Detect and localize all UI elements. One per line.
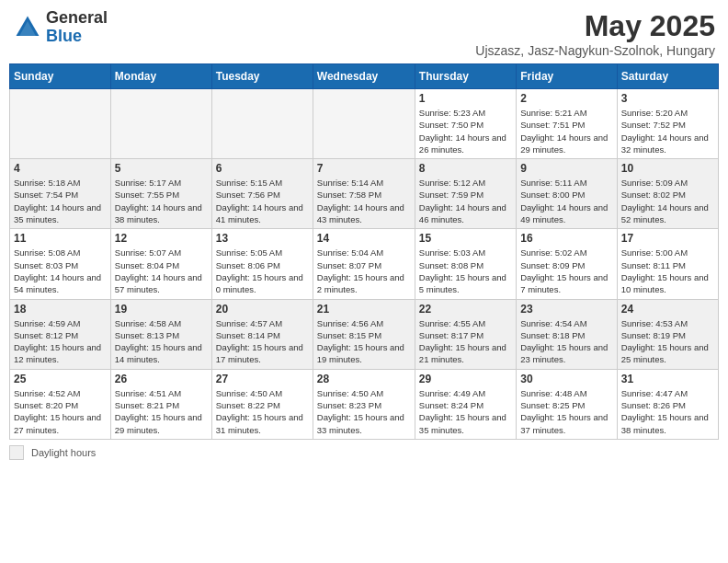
day-info: Sunrise: 5:11 AM Sunset: 8:00 PM Dayligh… xyxy=(520,177,612,225)
calendar-day-cell: 21Sunrise: 4:56 AM Sunset: 8:15 PM Dayli… xyxy=(313,299,415,369)
footer: Daylight hours xyxy=(9,445,719,460)
day-info: Sunrise: 5:21 AM Sunset: 7:51 PM Dayligh… xyxy=(520,107,612,155)
calendar-day-cell: 1Sunrise: 5:23 AM Sunset: 7:50 PM Daylig… xyxy=(415,89,516,159)
day-info: Sunrise: 5:20 AM Sunset: 7:52 PM Dayligh… xyxy=(621,107,714,155)
day-number: 13 xyxy=(216,232,309,245)
day-number: 30 xyxy=(520,373,612,385)
calendar-week-row: 4Sunrise: 5:18 AM Sunset: 7:54 PM Daylig… xyxy=(10,159,719,229)
calendar-week-row: 18Sunrise: 4:59 AM Sunset: 8:12 PM Dayli… xyxy=(10,299,719,369)
calendar-day-cell: 9Sunrise: 5:11 AM Sunset: 8:00 PM Daylig… xyxy=(517,159,617,229)
day-number: 27 xyxy=(216,373,309,385)
logo-text: General Blue xyxy=(46,9,108,46)
day-info: Sunrise: 4:57 AM Sunset: 8:14 PM Dayligh… xyxy=(216,317,309,366)
calendar-day-cell xyxy=(10,89,111,159)
day-info: Sunrise: 4:56 AM Sunset: 8:15 PM Dayligh… xyxy=(317,317,411,366)
calendar-day-cell: 25Sunrise: 4:52 AM Sunset: 8:20 PM Dayli… xyxy=(10,369,111,439)
day-info: Sunrise: 5:18 AM Sunset: 7:54 PM Dayligh… xyxy=(14,177,107,225)
calendar-header-wednesday: Wednesday xyxy=(313,64,415,89)
calendar-header-saturday: Saturday xyxy=(617,64,718,89)
calendar-day-cell: 19Sunrise: 4:58 AM Sunset: 8:13 PM Dayli… xyxy=(110,299,211,369)
title-section: May 2025 Ujszasz, Jasz-Nagykun-Szolnok, … xyxy=(475,9,715,58)
legend-label: Daylight hours xyxy=(31,447,96,458)
calendar-day-cell: 13Sunrise: 5:05 AM Sunset: 8:06 PM Dayli… xyxy=(211,229,313,299)
day-info: Sunrise: 5:23 AM Sunset: 7:50 PM Dayligh… xyxy=(419,107,512,155)
day-info: Sunrise: 5:02 AM Sunset: 8:09 PM Dayligh… xyxy=(520,247,612,295)
calendar-day-cell: 20Sunrise: 4:57 AM Sunset: 8:14 PM Dayli… xyxy=(211,299,313,369)
day-info: Sunrise: 5:08 AM Sunset: 8:03 PM Dayligh… xyxy=(14,247,107,295)
day-number: 10 xyxy=(621,162,714,175)
legend-box xyxy=(9,445,24,460)
day-info: Sunrise: 4:52 AM Sunset: 8:20 PM Dayligh… xyxy=(14,387,107,436)
calendar-day-cell: 30Sunrise: 4:48 AM Sunset: 8:25 PM Dayli… xyxy=(517,369,617,439)
calendar-day-cell: 29Sunrise: 4:49 AM Sunset: 8:24 PM Dayli… xyxy=(415,369,516,439)
day-number: 28 xyxy=(317,373,411,385)
calendar-day-cell: 6Sunrise: 5:15 AM Sunset: 7:56 PM Daylig… xyxy=(211,159,313,229)
day-number: 16 xyxy=(520,232,612,245)
calendar-day-cell xyxy=(313,89,415,159)
day-number: 22 xyxy=(419,303,512,316)
calendar-header-tuesday: Tuesday xyxy=(211,64,313,89)
calendar-day-cell: 14Sunrise: 5:04 AM Sunset: 8:07 PM Dayli… xyxy=(313,229,415,299)
day-number: 12 xyxy=(115,232,208,245)
day-info: Sunrise: 5:17 AM Sunset: 7:55 PM Dayligh… xyxy=(115,177,208,225)
day-info: Sunrise: 5:09 AM Sunset: 8:02 PM Dayligh… xyxy=(621,177,714,225)
calendar-day-cell: 31Sunrise: 4:47 AM Sunset: 8:26 PM Dayli… xyxy=(617,369,718,439)
calendar-week-row: 25Sunrise: 4:52 AM Sunset: 8:20 PM Dayli… xyxy=(10,369,719,439)
day-number: 4 xyxy=(14,162,107,175)
day-number: 23 xyxy=(520,303,612,316)
day-info: Sunrise: 4:53 AM Sunset: 8:19 PM Dayligh… xyxy=(621,317,714,366)
day-info: Sunrise: 4:55 AM Sunset: 8:17 PM Dayligh… xyxy=(419,317,512,366)
calendar-week-row: 11Sunrise: 5:08 AM Sunset: 8:03 PM Dayli… xyxy=(10,229,719,299)
day-info: Sunrise: 5:04 AM Sunset: 8:07 PM Dayligh… xyxy=(317,247,411,295)
calendar-day-cell: 24Sunrise: 4:53 AM Sunset: 8:19 PM Dayli… xyxy=(617,299,718,369)
calendar-day-cell: 18Sunrise: 4:59 AM Sunset: 8:12 PM Dayli… xyxy=(10,299,111,369)
day-number: 5 xyxy=(115,162,208,175)
month-year-title: May 2025 xyxy=(475,9,715,43)
calendar-day-cell: 27Sunrise: 4:50 AM Sunset: 8:22 PM Dayli… xyxy=(211,369,313,439)
day-number: 26 xyxy=(115,373,208,385)
calendar-day-cell: 28Sunrise: 4:50 AM Sunset: 8:23 PM Dayli… xyxy=(313,369,415,439)
calendar-header-row: SundayMondayTuesdayWednesdayThursdayFrid… xyxy=(10,64,719,89)
day-number: 6 xyxy=(216,162,309,175)
logo-icon xyxy=(13,13,42,42)
calendar-day-cell: 17Sunrise: 5:00 AM Sunset: 8:11 PM Dayli… xyxy=(617,229,718,299)
day-number: 21 xyxy=(317,303,411,316)
day-info: Sunrise: 5:03 AM Sunset: 8:08 PM Dayligh… xyxy=(419,247,512,295)
calendar-day-cell: 15Sunrise: 5:03 AM Sunset: 8:08 PM Dayli… xyxy=(415,229,516,299)
day-number: 18 xyxy=(14,303,107,316)
day-info: Sunrise: 5:14 AM Sunset: 7:58 PM Dayligh… xyxy=(317,177,411,225)
day-info: Sunrise: 4:50 AM Sunset: 8:22 PM Dayligh… xyxy=(216,387,309,436)
day-number: 1 xyxy=(419,92,512,105)
calendar-week-row: 1Sunrise: 5:23 AM Sunset: 7:50 PM Daylig… xyxy=(10,89,719,159)
day-info: Sunrise: 5:07 AM Sunset: 8:04 PM Dayligh… xyxy=(115,247,208,295)
day-info: Sunrise: 4:54 AM Sunset: 8:18 PM Dayligh… xyxy=(520,317,612,366)
day-number: 11 xyxy=(14,232,107,245)
day-number: 17 xyxy=(621,232,714,245)
calendar-day-cell: 11Sunrise: 5:08 AM Sunset: 8:03 PM Dayli… xyxy=(10,229,111,299)
calendar-day-cell: 8Sunrise: 5:12 AM Sunset: 7:59 PM Daylig… xyxy=(415,159,516,229)
day-number: 9 xyxy=(520,162,612,175)
calendar-header-thursday: Thursday xyxy=(415,64,516,89)
calendar-day-cell: 10Sunrise: 5:09 AM Sunset: 8:02 PM Dayli… xyxy=(617,159,718,229)
day-info: Sunrise: 5:00 AM Sunset: 8:11 PM Dayligh… xyxy=(621,247,714,295)
logo-general: General xyxy=(46,9,108,28)
day-info: Sunrise: 4:58 AM Sunset: 8:13 PM Dayligh… xyxy=(115,317,208,366)
calendar-day-cell: 2Sunrise: 5:21 AM Sunset: 7:51 PM Daylig… xyxy=(517,89,617,159)
calendar-day-cell: 7Sunrise: 5:14 AM Sunset: 7:58 PM Daylig… xyxy=(313,159,415,229)
calendar-day-cell: 16Sunrise: 5:02 AM Sunset: 8:09 PM Dayli… xyxy=(517,229,617,299)
calendar-header-sunday: Sunday xyxy=(10,64,111,89)
logo: General Blue xyxy=(13,9,108,46)
day-number: 7 xyxy=(317,162,411,175)
day-info: Sunrise: 5:05 AM Sunset: 8:06 PM Dayligh… xyxy=(216,247,309,295)
calendar-day-cell: 22Sunrise: 4:55 AM Sunset: 8:17 PM Dayli… xyxy=(415,299,516,369)
day-info: Sunrise: 4:47 AM Sunset: 8:26 PM Dayligh… xyxy=(621,387,714,436)
calendar-day-cell: 12Sunrise: 5:07 AM Sunset: 8:04 PM Dayli… xyxy=(110,229,211,299)
page-header: General Blue May 2025 Ujszasz, Jasz-Nagy… xyxy=(9,9,719,58)
day-info: Sunrise: 4:59 AM Sunset: 8:12 PM Dayligh… xyxy=(14,317,107,366)
day-number: 20 xyxy=(216,303,309,316)
day-number: 24 xyxy=(621,303,714,316)
day-number: 19 xyxy=(115,303,208,316)
day-info: Sunrise: 5:12 AM Sunset: 7:59 PM Dayligh… xyxy=(419,177,512,225)
day-info: Sunrise: 4:51 AM Sunset: 8:21 PM Dayligh… xyxy=(115,387,208,436)
calendar-day-cell: 26Sunrise: 4:51 AM Sunset: 8:21 PM Dayli… xyxy=(110,369,211,439)
